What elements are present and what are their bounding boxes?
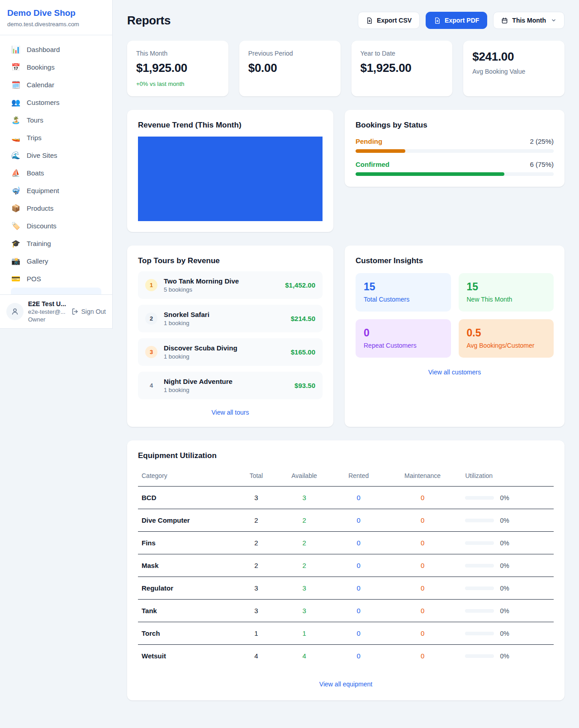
column-header: Available xyxy=(275,467,333,487)
cell-rented: 0 xyxy=(334,509,384,532)
cell-available: 2 xyxy=(275,554,333,577)
cell-rented: 0 xyxy=(334,532,384,554)
table-row: BCD 3 3 0 0 0% xyxy=(138,487,554,509)
cell-available: 3 xyxy=(275,600,333,622)
cell-maintenance: 0 xyxy=(384,509,462,532)
cell-category: Mask xyxy=(138,554,237,577)
document-download-icon xyxy=(366,17,373,24)
sailboat-icon: ⛵ xyxy=(11,169,21,177)
stat-value: $1,925.00 xyxy=(136,61,219,75)
cell-available: 2 xyxy=(275,509,333,532)
table-row: Regulator 3 3 0 0 0% xyxy=(138,577,554,600)
export-pdf-label: Export PDF xyxy=(445,17,479,24)
status-row-pending: Pending 2 (25%) xyxy=(356,137,554,153)
cell-total: 1 xyxy=(237,622,275,645)
table-header-row: Category Total Available Rented Maintena… xyxy=(138,467,554,487)
sidebar-item-dashboard[interactable]: 📊 Dashboard xyxy=(5,41,107,58)
utilization-bar xyxy=(465,496,494,500)
cell-available: 3 xyxy=(275,577,333,600)
sidebar-item-trips[interactable]: 🚤 Trips xyxy=(5,129,107,147)
utilization-pct: 0% xyxy=(500,517,509,524)
export-pdf-button[interactable]: Export PDF xyxy=(426,12,487,29)
charts-row: Revenue Trend (This Month) Bookings by S… xyxy=(127,110,565,232)
cell-utilization: 0% xyxy=(461,532,554,554)
sidebar-item-reports-active-partial[interactable] xyxy=(11,288,101,294)
stat-value: $1,925.00 xyxy=(361,61,444,75)
sign-out-button[interactable]: Sign Out xyxy=(71,308,106,315)
view-all-customers-link[interactable]: View all customers xyxy=(356,369,554,376)
cell-maintenance: 0 xyxy=(384,577,462,600)
column-header: Total xyxy=(237,467,275,487)
insight-new-this-month: 15 New This Month xyxy=(459,273,554,312)
sidebar-nav: 📊 Dashboard 📅 Bookings 🗓️ Calendar 👥 Cus… xyxy=(0,35,112,294)
cell-rented: 0 xyxy=(334,600,384,622)
status-bar-track xyxy=(356,149,554,153)
tour-bookings: 1 booking xyxy=(164,387,233,393)
sidebar-item-training[interactable]: 🎓 Training xyxy=(5,235,107,252)
view-all-tours-link[interactable]: View all tours xyxy=(138,409,323,416)
tour-name: Two Tank Morning Dive xyxy=(164,277,239,285)
sidebar-item-gallery[interactable]: 📸 Gallery xyxy=(5,252,107,270)
insights-grid: 15 Total Customers 15 New This Month 0 R… xyxy=(356,273,554,358)
insight-repeat-customers: 0 Repeat Customers xyxy=(356,319,451,358)
sidebar-item-tours[interactable]: 🏝️ Tours xyxy=(5,111,107,129)
utilization-pct: 0% xyxy=(500,652,509,660)
sidebar-item-label: Dive Sites xyxy=(27,151,57,159)
sidebar-item-products[interactable]: 📦 Products xyxy=(5,199,107,217)
island-icon: 🏝️ xyxy=(11,116,21,124)
cell-maintenance: 0 xyxy=(384,487,462,509)
insight-value: 0.5 xyxy=(467,327,546,339)
list-item: 4 Night Dive Adventure 1 booking $93.50 xyxy=(138,372,323,399)
utilization-bar xyxy=(465,654,494,658)
sidebar: Demo Dive Shop demo.test.divestreams.com… xyxy=(0,0,113,329)
table-row: Wetsuit 4 4 0 0 0% xyxy=(138,645,554,667)
insight-label: New This Month xyxy=(467,296,546,303)
column-header: Utilization xyxy=(461,467,554,487)
sidebar-item-bookings[interactable]: 📅 Bookings xyxy=(5,58,107,76)
sidebar-item-discounts[interactable]: 🏷️ Discounts xyxy=(5,217,107,235)
utilization-bar xyxy=(465,609,494,613)
cell-rented: 0 xyxy=(334,622,384,645)
table-row: Mask 2 2 0 0 0% xyxy=(138,554,554,577)
user-name: E2E Test U... xyxy=(28,300,66,307)
rank-badge: 1 xyxy=(145,279,157,291)
column-header: Category xyxy=(138,467,237,487)
insight-label: Total Customers xyxy=(364,296,443,303)
stat-label: Previous Period xyxy=(248,50,332,57)
insights-row: Top Tours by Revenue 1 Two Tank Morning … xyxy=(127,246,565,427)
list-item: 3 Discover Scuba Diving 1 booking $165.0… xyxy=(138,338,323,366)
sidebar-item-dive-sites[interactable]: 🌊 Dive Sites xyxy=(5,147,107,164)
status-value: 6 (75%) xyxy=(530,161,554,168)
sidebar-item-label: Training xyxy=(27,240,51,247)
view-all-equipment-link[interactable]: View all equipment xyxy=(138,681,554,688)
table-row: Torch 1 1 0 0 0% xyxy=(138,622,554,645)
sidebar-item-pos[interactable]: 💳 POS xyxy=(5,270,107,288)
list-item: 1 Two Tank Morning Dive 5 bookings $1,45… xyxy=(138,271,323,299)
cell-utilization: 0% xyxy=(461,622,554,645)
sidebar-item-calendar[interactable]: 🗓️ Calendar xyxy=(5,76,107,94)
insight-value: 15 xyxy=(364,281,443,293)
column-header: Rented xyxy=(334,467,384,487)
utilization-pct: 0% xyxy=(500,607,509,615)
insight-total-customers: 15 Total Customers xyxy=(356,273,451,312)
period-dropdown[interactable]: This Month xyxy=(493,12,565,29)
top-tours-card: Top Tours by Revenue 1 Two Tank Morning … xyxy=(127,246,333,427)
brand-name: Demo Dive Shop xyxy=(7,8,105,18)
diving-mask-icon: 🤿 xyxy=(11,186,21,195)
period-label: This Month xyxy=(512,17,546,24)
cell-utilization: 0% xyxy=(461,645,554,667)
sidebar-item-equipment[interactable]: 🤿 Equipment xyxy=(5,182,107,199)
stat-label: Avg Booking Value xyxy=(472,68,555,75)
sidebar-item-customers[interactable]: 👥 Customers xyxy=(5,94,107,111)
main-content: Reports Export CSV Export PDF This Month xyxy=(113,0,579,716)
sidebar-item-boats[interactable]: ⛵ Boats xyxy=(5,164,107,182)
page-title: Reports xyxy=(127,14,171,28)
insight-value: 0 xyxy=(364,327,443,339)
sidebar-item-label: Dashboard xyxy=(27,46,60,53)
tour-bookings: 1 booking xyxy=(164,353,237,360)
insight-value: 15 xyxy=(467,281,546,293)
insight-label: Repeat Customers xyxy=(364,342,443,349)
cell-category: Wetsuit xyxy=(138,645,237,667)
cell-utilization: 0% xyxy=(461,600,554,622)
export-csv-button[interactable]: Export CSV xyxy=(358,12,420,29)
